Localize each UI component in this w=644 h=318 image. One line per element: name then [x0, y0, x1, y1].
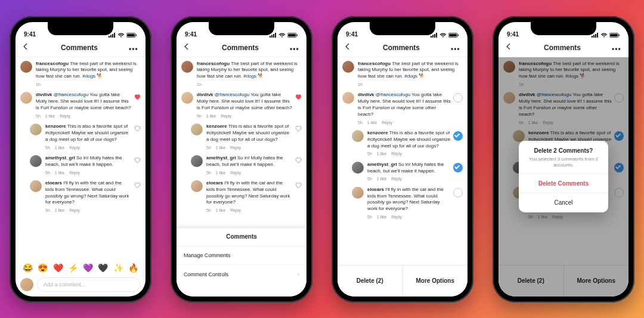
select-checkbox[interactable] [453, 188, 463, 197]
username[interactable]: divdivk [358, 92, 374, 97]
username[interactable]: divdivk [197, 92, 213, 97]
modal-cancel-button[interactable]: Cancel [519, 193, 608, 212]
heart-icon[interactable] [295, 125, 302, 132]
comment-row[interactable]: kenzoere This is also a favorite spot of… [16, 120, 145, 152]
username[interactable]: kenzoere [45, 124, 66, 129]
status-time: 9:41 [24, 31, 36, 38]
heart-icon[interactable] [295, 156, 302, 163]
dog-emoji-icon: 🐕 [419, 73, 425, 79]
username[interactable]: amethyst_grl [367, 162, 397, 167]
likes-count[interactable]: 1 like [216, 146, 225, 150]
sheet-comment-controls[interactable]: Comment Controls › [177, 265, 306, 297]
username[interactable]: eloears [45, 180, 62, 186]
modal-backdrop[interactable]: Delete 2 Comments? You selected 3 commen… [499, 57, 628, 297]
likes-count[interactable]: 1 like [377, 152, 386, 156]
username[interactable]: amethyst_grl [206, 155, 236, 160]
heart-icon[interactable] [295, 93, 302, 100]
emoji-option[interactable]: ⚡ [68, 263, 78, 273]
comment-row[interactable]: divdivk @francescofogu You gotta take Mo… [16, 88, 145, 120]
emoji-option[interactable]: 🖤 [98, 263, 108, 273]
username[interactable]: eloears [206, 180, 223, 186]
username[interactable]: francescofogu [36, 61, 69, 66]
back-button[interactable] [182, 42, 191, 53]
likes-count[interactable]: 1 like [216, 171, 225, 175]
likes-count[interactable]: 1 like [55, 208, 64, 212]
select-checkbox[interactable] [453, 93, 463, 103]
more-button[interactable]: ••• [129, 45, 140, 51]
username[interactable]: eloears [367, 187, 384, 192]
username[interactable]: kenzoere [206, 124, 227, 129]
select-checkbox[interactable] [453, 163, 463, 172]
reply-link[interactable]: Reply [69, 171, 80, 175]
reply-link[interactable]: Reply [391, 177, 402, 181]
hashtag[interactable]: #dogs [404, 73, 417, 79]
more-button[interactable]: ••• [290, 45, 301, 51]
reply-link[interactable]: Reply [391, 215, 402, 219]
notch [48, 22, 113, 35]
svg-rect-23 [595, 34, 596, 38]
hashtag[interactable]: #dogs [243, 73, 256, 79]
avatar [352, 187, 364, 199]
emoji-option[interactable]: 💜 [83, 263, 93, 273]
reply-link[interactable]: Reply [391, 152, 402, 156]
reply-link[interactable]: Reply [69, 208, 80, 212]
mention[interactable]: @francescofogu [376, 92, 410, 97]
username[interactable]: kenzoere [367, 130, 388, 135]
emoji-option[interactable]: 😂 [23, 263, 33, 273]
mention[interactable]: @francescofogu [54, 92, 88, 97]
comment-row[interactable]: divdivk @francescofogu You gotta take Mo… [177, 88, 306, 120]
reply-link[interactable]: Reply [230, 208, 241, 212]
likes-count[interactable]: 1 like [216, 208, 225, 212]
more-button[interactable]: ••• [612, 45, 623, 51]
comment-row[interactable]: kenzoere This is also a favorite spot of… [177, 120, 306, 152]
reply-link[interactable]: Reply [382, 121, 392, 125]
likes-count[interactable]: 1 like [377, 177, 386, 181]
emoji-option[interactable]: 🔥 [128, 263, 138, 273]
likes-count[interactable]: 1 like [45, 114, 55, 118]
comment-row[interactable]: eloears I'll fly in with the cat and the… [16, 177, 145, 215]
username[interactable]: amethyst_grl [45, 155, 75, 160]
likes-count[interactable]: 1 like [55, 171, 64, 175]
reply-link[interactable]: Reply [60, 114, 70, 118]
emoji-option[interactable]: 😍 [38, 263, 48, 273]
more-options-button[interactable]: More Options [403, 265, 468, 297]
reply-link[interactable]: Reply [230, 146, 241, 150]
comment-input[interactable]: Add a comment... [37, 277, 141, 292]
mention[interactable]: @francescofogu [215, 92, 249, 97]
select-checkbox[interactable] [453, 131, 463, 141]
back-button[interactable] [343, 42, 352, 53]
comment-row[interactable]: amethyst_grl So in! Molly hates the beac… [338, 158, 467, 183]
likes-count[interactable]: 1 like [367, 121, 377, 125]
likes-count[interactable]: 1 like [206, 114, 216, 118]
comment-row[interactable]: eloears I'll fly in with the cat and the… [177, 177, 306, 215]
username[interactable]: francescofogu [358, 61, 391, 66]
more-button[interactable]: ••• [451, 45, 462, 51]
username[interactable]: divdivk [36, 92, 52, 97]
reply-link[interactable]: Reply [69, 146, 80, 150]
heart-icon[interactable] [134, 125, 141, 132]
heart-icon[interactable] [134, 93, 141, 100]
comment-row[interactable]: kenzoere This is also a favorite spot of… [338, 126, 467, 158]
likes-count[interactable]: 1 like [55, 146, 64, 150]
emoji-option[interactable]: ✨ [113, 263, 123, 273]
comment-row[interactable]: eloears I'll fly in with the cat and the… [338, 183, 467, 221]
reply-link[interactable]: Reply [230, 171, 241, 175]
reply-link[interactable]: Reply [221, 114, 231, 118]
delete-button[interactable]: Delete (2) [338, 265, 403, 297]
hashtag[interactable]: #dogs [82, 73, 95, 79]
heart-icon[interactable] [134, 181, 141, 189]
emoji-option[interactable]: ❤️ [53, 263, 63, 273]
comment-row[interactable]: divdivk @francescofogu You gotta take Mo… [338, 88, 467, 126]
heart-icon[interactable] [295, 181, 302, 189]
svg-rect-12 [288, 33, 296, 36]
likes-count[interactable]: 1 like [377, 215, 386, 219]
comment-row[interactable]: amethyst_grl So in! Molly hates the beac… [16, 152, 145, 177]
sheet-manage-comments[interactable]: Manage Comments [177, 246, 306, 265]
back-button[interactable] [504, 42, 513, 53]
modal-confirm-button[interactable]: Delete Comments [519, 174, 608, 193]
heart-icon[interactable] [134, 156, 141, 163]
back-button[interactable] [21, 42, 30, 53]
post-caption: francescofogu The best part of the weeke… [16, 57, 145, 89]
comment-row[interactable]: amethyst_grl So in! Molly hates the beac… [177, 152, 306, 177]
username[interactable]: francescofogu [197, 61, 230, 66]
